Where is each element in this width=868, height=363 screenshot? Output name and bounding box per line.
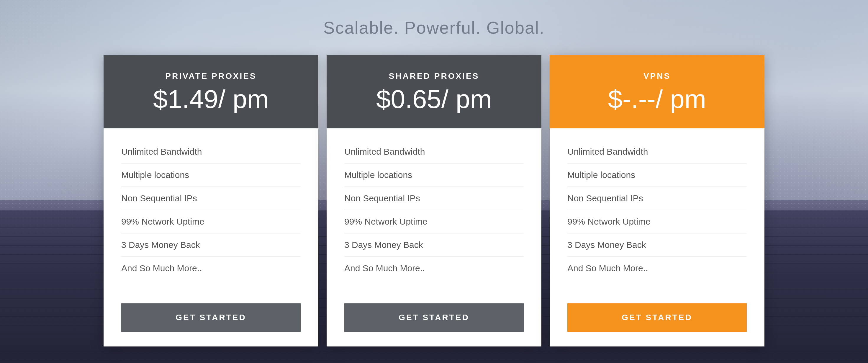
card-features-vpns: Unlimited Bandwidth Multiple locations N…: [550, 128, 765, 295]
pricing-card-vpns: VPNS $-.--/ pm Unlimited Bandwidth Multi…: [550, 55, 765, 346]
card-price-shared-proxies: $0.65/ pm: [376, 86, 492, 112]
card-price-vpns: $-.--/ pm: [608, 86, 706, 112]
feature-item: 99% Network Uptime: [567, 210, 747, 234]
feature-item: 3 Days Money Back: [121, 234, 301, 257]
feature-item: And So Much More..: [567, 257, 747, 280]
feature-item: Unlimited Bandwidth: [344, 140, 524, 163]
feature-item: Multiple locations: [121, 163, 301, 187]
feature-item: 3 Days Money Back: [344, 234, 524, 257]
card-features-private-proxies: Unlimited Bandwidth Multiple locations N…: [103, 128, 318, 295]
get-started-button-vpns[interactable]: GET STARTED: [567, 303, 747, 332]
feature-item: 99% Network Uptime: [121, 210, 301, 234]
page-container: Scalable. Powerful. Global. PRIVATE PROX…: [0, 0, 868, 363]
plan-name-vpns: VPNS: [644, 71, 671, 81]
feature-item: Non Sequential IPs: [121, 187, 301, 210]
pricing-card-private-proxies: PRIVATE PROXIES $1.49/ pm Unlimited Band…: [103, 55, 318, 346]
card-cta-wrap-vpns: GET STARTED: [550, 295, 765, 346]
get-started-button-private-proxies[interactable]: GET STARTED: [121, 303, 301, 332]
feature-item: Non Sequential IPs: [344, 187, 524, 210]
page-tagline: Scalable. Powerful. Global.: [323, 18, 545, 37]
pricing-grid: PRIVATE PROXIES $1.49/ pm Unlimited Band…: [51, 55, 817, 346]
feature-item: And So Much More..: [344, 257, 524, 280]
card-price-private-proxies: $1.49/ pm: [153, 86, 269, 112]
feature-item: 99% Network Uptime: [344, 210, 524, 234]
card-cta-wrap-private-proxies: GET STARTED: [103, 295, 318, 346]
feature-item: Unlimited Bandwidth: [121, 140, 301, 163]
card-cta-wrap-shared-proxies: GET STARTED: [327, 295, 541, 346]
pricing-card-shared-proxies: SHARED PROXIES $0.65/ pm Unlimited Bandw…: [327, 55, 541, 346]
get-started-button-shared-proxies[interactable]: GET STARTED: [344, 303, 524, 332]
feature-item: Multiple locations: [567, 163, 747, 187]
card-header-private-proxies: PRIVATE PROXIES $1.49/ pm: [103, 55, 318, 128]
feature-item: And So Much More..: [121, 257, 301, 280]
plan-name-shared-proxies: SHARED PROXIES: [389, 71, 479, 81]
feature-item: Multiple locations: [344, 163, 524, 187]
card-header-vpns: VPNS $-.--/ pm: [550, 55, 765, 128]
feature-item: Non Sequential IPs: [567, 187, 747, 210]
feature-item: Unlimited Bandwidth: [567, 140, 747, 163]
card-features-shared-proxies: Unlimited Bandwidth Multiple locations N…: [327, 128, 541, 295]
feature-item: 3 Days Money Back: [567, 234, 747, 257]
plan-name-private-proxies: PRIVATE PROXIES: [165, 71, 256, 81]
card-header-shared-proxies: SHARED PROXIES $0.65/ pm: [327, 55, 541, 128]
